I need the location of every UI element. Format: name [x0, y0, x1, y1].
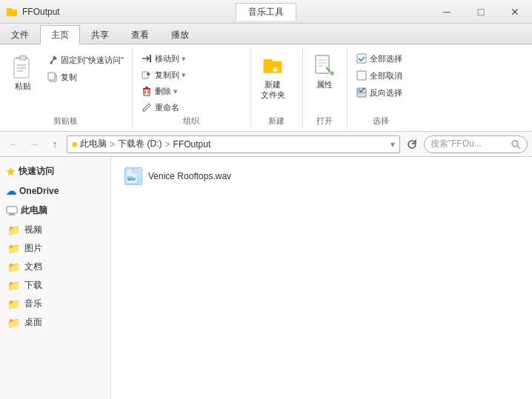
paste-button[interactable]: 粘贴: [4, 50, 41, 95]
svg-line-21: [517, 146, 520, 149]
new-folder-button[interactable]: 新建 文件夹: [256, 50, 290, 104]
path-separator-2: >: [165, 139, 170, 150]
downloads-folder-icon: 📁: [7, 280, 20, 292]
select-all-button[interactable]: 全部选择: [352, 50, 406, 67]
file-item-wav[interactable]: WAV Venice Rooftops.wav: [119, 164, 525, 188]
quick-access-label: 快速访问: [19, 165, 54, 178]
svg-text:WAV: WAV: [127, 177, 136, 181]
title-bar-left: FFOutput: [6, 6, 60, 18]
copy-icon: [47, 71, 59, 83]
select-label: 选择: [352, 115, 410, 128]
svg-rect-24: [8, 215, 16, 215]
videos-folder-icon: 📁: [7, 224, 20, 236]
new-label: 新建: [256, 115, 298, 128]
sidebar-item-downloads[interactable]: 📁 下载: [0, 276, 110, 295]
sidebar-item-music[interactable]: 📁 音乐: [0, 295, 110, 313]
copy-pin-stack: 固定到"快速访问" 复制: [43, 50, 127, 85]
organize-items: 移动到 ▾ 复制到 ▾: [137, 47, 190, 115]
copy-button[interactable]: 复制: [43, 69, 127, 85]
path-folder-icon: ■: [72, 139, 77, 150]
maximize-button[interactable]: □: [464, 0, 498, 24]
svg-rect-12: [316, 56, 329, 73]
onedrive-label: OneDrive: [19, 186, 59, 196]
downloads-label: 下载: [24, 279, 42, 292]
invert-selection-icon: [356, 87, 368, 98]
organize-label: 组织: [137, 115, 246, 128]
deselect-all-button[interactable]: 全部取消: [352, 67, 406, 84]
sidebar-item-documents[interactable]: 📁 文档: [0, 258, 110, 276]
refresh-icon: [406, 138, 418, 150]
minimize-button[interactable]: ─: [430, 0, 464, 24]
svg-rect-17: [357, 54, 366, 63]
properties-icon: [313, 54, 336, 78]
open-label: 打开: [307, 115, 342, 128]
back-button[interactable]: ←: [4, 135, 22, 153]
rename-button[interactable]: 重命名: [137, 99, 190, 115]
sidebar-item-pictures[interactable]: 📁 图片: [0, 239, 110, 258]
computer-icon: [6, 205, 18, 217]
svg-rect-5: [20, 56, 26, 60]
invert-selection-button[interactable]: 反向选择: [352, 84, 406, 101]
forward-button[interactable]: →: [25, 135, 43, 153]
svg-rect-2: [17, 64, 26, 66]
move-to-button[interactable]: 移动到 ▾: [137, 50, 190, 67]
sidebar-this-pc[interactable]: 此电脑: [0, 201, 110, 221]
path-dropdown-arrow[interactable]: ▾: [390, 139, 395, 150]
music-tools-tab[interactable]: 音乐工具: [236, 3, 296, 21]
ribbon-tabs: 文件 主页 共享 查看 播放: [0, 24, 532, 44]
main-content: ★ 快速访问 ☁ OneDrive 此电脑 📁 视频 📁 图片 📁 文档: [0, 157, 532, 399]
svg-rect-8: [150, 55, 151, 62]
path-part-3: FFOutput: [173, 139, 211, 150]
up-button[interactable]: ↑: [46, 135, 64, 153]
pin-button[interactable]: 固定到"快速访问": [43, 52, 127, 68]
tab-home[interactable]: 主页: [40, 25, 80, 44]
tab-view[interactable]: 查看: [120, 25, 160, 44]
organize-stack: 移动到 ▾ 复制到 ▾: [137, 50, 190, 115]
copy-to-button[interactable]: 复制到 ▾: [137, 67, 190, 83]
delete-icon: [141, 85, 153, 97]
select-items: 全部选择 全部取消 反向选择: [352, 47, 406, 101]
file-name: Venice Rooftops.wav: [148, 171, 231, 181]
tab-play[interactable]: 播放: [160, 25, 200, 44]
music-folder-icon: 📁: [7, 298, 20, 310]
sidebar-onedrive[interactable]: ☁ OneDrive: [0, 181, 110, 201]
move-to-icon: [141, 53, 153, 64]
svg-rect-18: [357, 71, 366, 80]
sidebar: ★ 快速访问 ☁ OneDrive 此电脑 📁 视频 📁 图片 📁 文档: [0, 157, 111, 399]
documents-label: 文档: [24, 261, 42, 273]
svg-rect-15: [318, 65, 324, 67]
documents-folder-icon: 📁: [7, 261, 20, 273]
ribbon-content: 粘贴 固定到"快速访问" 复制 剪贴板: [0, 44, 532, 132]
svg-rect-22: [7, 207, 17, 213]
svg-rect-14: [318, 62, 327, 64]
search-icon: [511, 139, 521, 150]
new-items: 新建 文件夹: [256, 47, 290, 115]
app-icon: [6, 6, 18, 18]
videos-label: 视频: [24, 224, 42, 236]
desktop-folder-icon: 📁: [7, 317, 20, 329]
deselect-all-icon: [356, 70, 368, 81]
sidebar-quick-access[interactable]: ★ 快速访问: [0, 161, 110, 181]
sidebar-item-desktop[interactable]: 📁 桌面: [0, 313, 110, 332]
svg-rect-13: [318, 59, 327, 61]
pictures-label: 图片: [24, 242, 42, 255]
ribbon-group-open: 属性 打开: [303, 47, 348, 128]
properties-button[interactable]: 属性: [307, 50, 342, 94]
svg-point-20: [512, 141, 518, 147]
sidebar-item-videos[interactable]: 📁 视频: [0, 221, 110, 239]
address-path[interactable]: ■ 此电脑 > 下载卷 (D:) > FFOutput ▾: [67, 135, 400, 153]
delete-button[interactable]: 删除 ▾: [137, 83, 190, 99]
refresh-button[interactable]: [403, 135, 421, 153]
select-all-icon: [356, 53, 368, 64]
tab-file[interactable]: 文件: [0, 25, 40, 44]
wav-file-icon: WAV: [124, 167, 142, 185]
tab-share[interactable]: 共享: [80, 25, 120, 44]
window-controls: ─ □ ✕: [430, 0, 532, 24]
svg-rect-23: [10, 213, 14, 215]
svg-rect-7: [48, 73, 55, 80]
search-box[interactable]: 搜索"FFOu...: [424, 135, 528, 153]
ribbon-group-new: 新建 文件夹 新建: [251, 47, 303, 128]
svg-rect-4: [17, 70, 23, 72]
onedrive-icon: ☁: [6, 185, 16, 197]
close-button[interactable]: ✕: [498, 0, 532, 24]
